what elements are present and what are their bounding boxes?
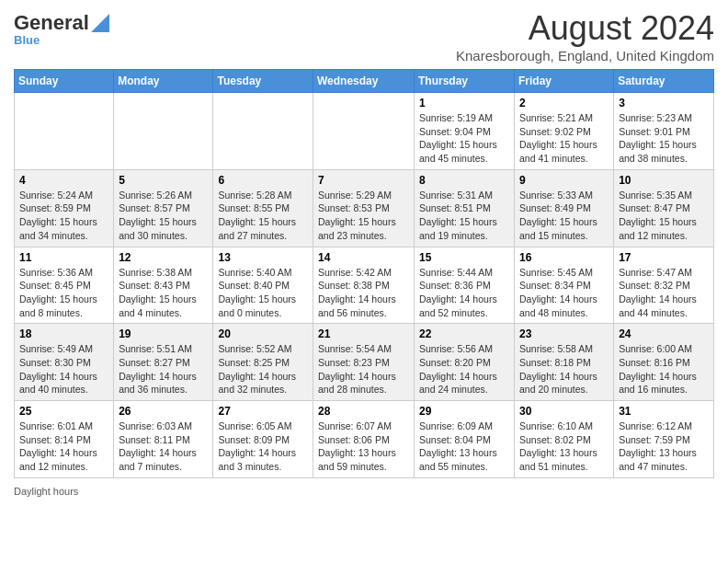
day-info: Sunrise: 5:31 AM Sunset: 8:51 PM Dayligh… bbox=[419, 189, 509, 243]
day-info: Sunrise: 5:38 AM Sunset: 8:43 PM Dayligh… bbox=[119, 266, 208, 320]
day-cell: 11Sunrise: 5:36 AM Sunset: 8:45 PM Dayli… bbox=[15, 247, 114, 324]
day-info: Sunrise: 6:12 AM Sunset: 7:59 PM Dayligh… bbox=[619, 419, 709, 474]
day-number: 14 bbox=[318, 251, 409, 264]
day-number: 5 bbox=[119, 174, 208, 187]
day-cell: 24Sunrise: 6:00 AM Sunset: 8:16 PM Dayli… bbox=[614, 324, 714, 401]
day-cell: 6Sunrise: 5:28 AM Sunset: 8:55 PM Daylig… bbox=[213, 169, 313, 247]
day-cell: 1Sunrise: 5:19 AM Sunset: 9:04 PM Daylig… bbox=[415, 93, 515, 170]
day-number: 12 bbox=[119, 251, 208, 264]
day-number: 30 bbox=[519, 405, 609, 418]
day-number: 13 bbox=[218, 251, 308, 264]
week-row-3: 11Sunrise: 5:36 AM Sunset: 8:45 PM Dayli… bbox=[15, 247, 714, 324]
day-number: 3 bbox=[619, 97, 709, 109]
day-cell: 8Sunrise: 5:31 AM Sunset: 8:51 PM Daylig… bbox=[415, 169, 515, 247]
day-cell: 22Sunrise: 5:56 AM Sunset: 8:20 PM Dayli… bbox=[415, 324, 515, 401]
header-cell-sunday: Sunday bbox=[15, 70, 114, 93]
day-number: 7 bbox=[318, 174, 409, 187]
day-number: 2 bbox=[519, 97, 609, 109]
day-cell: 21Sunrise: 5:54 AM Sunset: 8:23 PM Dayli… bbox=[313, 324, 415, 401]
day-number: 11 bbox=[19, 251, 108, 264]
day-info: Sunrise: 5:58 AM Sunset: 8:18 PM Dayligh… bbox=[519, 342, 609, 396]
day-cell: 23Sunrise: 5:58 AM Sunset: 8:18 PM Dayli… bbox=[515, 324, 614, 401]
day-number: 31 bbox=[619, 405, 709, 418]
day-cell: 31Sunrise: 6:12 AM Sunset: 7:59 PM Dayli… bbox=[614, 401, 714, 478]
day-cell: 10Sunrise: 5:35 AM Sunset: 8:47 PM Dayli… bbox=[614, 169, 714, 247]
day-number: 23 bbox=[519, 327, 609, 340]
day-cell: 20Sunrise: 5:52 AM Sunset: 8:25 PM Dayli… bbox=[213, 324, 313, 401]
day-number: 29 bbox=[419, 405, 509, 418]
day-info: Sunrise: 5:28 AM Sunset: 8:55 PM Dayligh… bbox=[218, 189, 308, 243]
title-block: August 2024 Knaresborough, England, Unit… bbox=[456, 9, 714, 63]
day-cell: 7Sunrise: 5:29 AM Sunset: 8:53 PM Daylig… bbox=[313, 169, 415, 247]
day-number: 1 bbox=[419, 97, 509, 109]
logo: General Blue bbox=[14, 13, 109, 47]
logo-arrow-icon bbox=[91, 14, 109, 32]
day-number: 18 bbox=[19, 327, 108, 340]
week-row-4: 18Sunrise: 5:49 AM Sunset: 8:30 PM Dayli… bbox=[15, 324, 714, 401]
day-cell: 13Sunrise: 5:40 AM Sunset: 8:40 PM Dayli… bbox=[213, 247, 313, 324]
header-row: SundayMondayTuesdayWednesdayThursdayFrid… bbox=[15, 70, 714, 93]
logo-blue: Blue bbox=[14, 33, 40, 47]
day-info: Sunrise: 5:56 AM Sunset: 8:20 PM Dayligh… bbox=[419, 342, 509, 396]
day-number: 24 bbox=[619, 327, 709, 340]
day-cell: 5Sunrise: 5:26 AM Sunset: 8:57 PM Daylig… bbox=[114, 169, 213, 247]
calendar-body: 1Sunrise: 5:19 AM Sunset: 9:04 PM Daylig… bbox=[15, 93, 714, 478]
daylight-hours-label: Daylight hours bbox=[14, 486, 78, 497]
day-info: Sunrise: 6:00 AM Sunset: 8:16 PM Dayligh… bbox=[619, 342, 709, 396]
day-number: 26 bbox=[119, 405, 208, 418]
day-cell: 14Sunrise: 5:42 AM Sunset: 8:38 PM Dayli… bbox=[313, 247, 415, 324]
day-info: Sunrise: 5:42 AM Sunset: 8:38 PM Dayligh… bbox=[318, 266, 409, 320]
day-cell: 3Sunrise: 5:23 AM Sunset: 9:01 PM Daylig… bbox=[614, 93, 714, 170]
day-number: 10 bbox=[619, 174, 709, 187]
day-info: Sunrise: 6:01 AM Sunset: 8:14 PM Dayligh… bbox=[19, 419, 108, 474]
calendar-header: SundayMondayTuesdayWednesdayThursdayFrid… bbox=[15, 70, 714, 93]
week-row-2: 4Sunrise: 5:24 AM Sunset: 8:59 PM Daylig… bbox=[15, 169, 714, 247]
day-info: Sunrise: 6:03 AM Sunset: 8:11 PM Dayligh… bbox=[119, 419, 208, 474]
day-cell: 26Sunrise: 6:03 AM Sunset: 8:11 PM Dayli… bbox=[114, 401, 213, 478]
day-info: Sunrise: 6:09 AM Sunset: 8:04 PM Dayligh… bbox=[419, 419, 509, 474]
day-cell: 4Sunrise: 5:24 AM Sunset: 8:59 PM Daylig… bbox=[15, 169, 114, 247]
header-cell-monday: Monday bbox=[114, 70, 213, 93]
day-number: 16 bbox=[519, 251, 609, 264]
day-info: Sunrise: 5:54 AM Sunset: 8:23 PM Dayligh… bbox=[318, 342, 409, 396]
day-cell: 29Sunrise: 6:09 AM Sunset: 8:04 PM Dayli… bbox=[415, 401, 515, 478]
day-info: Sunrise: 5:19 AM Sunset: 9:04 PM Dayligh… bbox=[419, 111, 509, 166]
week-row-5: 25Sunrise: 6:01 AM Sunset: 8:14 PM Dayli… bbox=[15, 401, 714, 478]
day-info: Sunrise: 5:35 AM Sunset: 8:47 PM Dayligh… bbox=[619, 189, 709, 243]
week-row-1: 1Sunrise: 5:19 AM Sunset: 9:04 PM Daylig… bbox=[15, 93, 714, 170]
svg-marker-0 bbox=[91, 14, 109, 32]
day-cell: 18Sunrise: 5:49 AM Sunset: 8:30 PM Dayli… bbox=[15, 324, 114, 401]
day-info: Sunrise: 5:52 AM Sunset: 8:25 PM Dayligh… bbox=[218, 342, 308, 396]
day-info: Sunrise: 5:45 AM Sunset: 8:34 PM Dayligh… bbox=[519, 266, 609, 320]
day-number: 4 bbox=[19, 174, 108, 187]
day-cell: 16Sunrise: 5:45 AM Sunset: 8:34 PM Dayli… bbox=[515, 247, 614, 324]
day-info: Sunrise: 5:21 AM Sunset: 9:02 PM Dayligh… bbox=[519, 111, 609, 166]
day-info: Sunrise: 6:10 AM Sunset: 8:02 PM Dayligh… bbox=[519, 419, 609, 474]
day-number: 27 bbox=[218, 405, 308, 418]
day-cell: 27Sunrise: 6:05 AM Sunset: 8:09 PM Dayli… bbox=[213, 401, 313, 478]
day-info: Sunrise: 5:51 AM Sunset: 8:27 PM Dayligh… bbox=[119, 342, 208, 396]
day-cell: 19Sunrise: 5:51 AM Sunset: 8:27 PM Dayli… bbox=[114, 324, 213, 401]
day-cell: 30Sunrise: 6:10 AM Sunset: 8:02 PM Dayli… bbox=[515, 401, 614, 478]
day-number: 9 bbox=[519, 174, 609, 187]
day-info: Sunrise: 5:29 AM Sunset: 8:53 PM Dayligh… bbox=[318, 189, 409, 243]
day-info: Sunrise: 5:36 AM Sunset: 8:45 PM Dayligh… bbox=[19, 266, 108, 320]
day-cell bbox=[213, 93, 313, 170]
day-info: Sunrise: 5:23 AM Sunset: 9:01 PM Dayligh… bbox=[619, 111, 709, 166]
day-cell: 2Sunrise: 5:21 AM Sunset: 9:02 PM Daylig… bbox=[515, 93, 614, 170]
day-number: 28 bbox=[318, 405, 409, 418]
day-number: 8 bbox=[419, 174, 509, 187]
day-info: Sunrise: 5:40 AM Sunset: 8:40 PM Dayligh… bbox=[218, 266, 308, 320]
calendar-footer: Daylight hours bbox=[14, 486, 714, 497]
day-number: 19 bbox=[119, 327, 208, 340]
header-cell-thursday: Thursday bbox=[415, 70, 515, 93]
day-info: Sunrise: 5:33 AM Sunset: 8:49 PM Dayligh… bbox=[519, 189, 609, 243]
day-info: Sunrise: 5:47 AM Sunset: 8:32 PM Dayligh… bbox=[619, 266, 709, 320]
header-cell-wednesday: Wednesday bbox=[313, 70, 415, 93]
day-cell bbox=[114, 93, 213, 170]
header-cell-friday: Friday bbox=[515, 70, 614, 93]
day-number: 15 bbox=[419, 251, 509, 264]
day-number: 25 bbox=[19, 405, 108, 418]
day-number: 22 bbox=[419, 327, 509, 340]
header-cell-tuesday: Tuesday bbox=[213, 70, 313, 93]
